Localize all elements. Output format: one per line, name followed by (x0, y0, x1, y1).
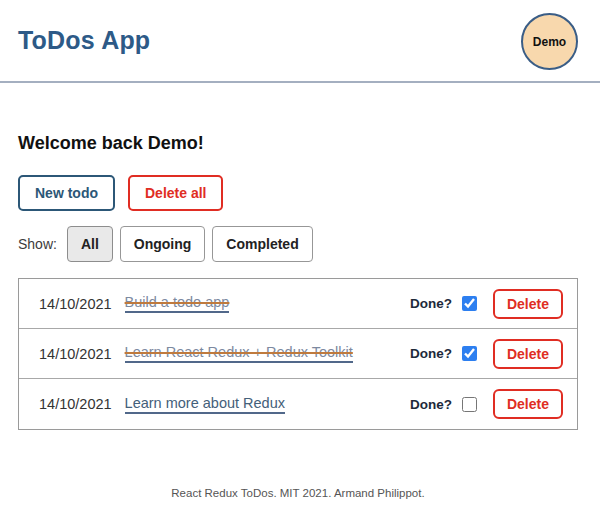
done-label: Done? (410, 346, 452, 361)
main-content: Welcome back Demo! New todo Delete all S… (0, 133, 600, 499)
delete-todo-button[interactable]: Delete (493, 289, 563, 319)
app-header: ToDos App Demo (0, 0, 600, 83)
delete-todo-button[interactable]: Delete (493, 389, 563, 419)
filter-label: Show: (18, 236, 57, 252)
todo-date: 14/10/2021 (39, 346, 112, 362)
filter-completed-button[interactable]: Completed (212, 226, 312, 262)
user-avatar[interactable]: Demo (521, 13, 578, 70)
filter-ongoing-button[interactable]: Ongoing (120, 226, 206, 262)
welcome-heading: Welcome back Demo! (18, 133, 578, 154)
todo-title-link[interactable]: Build a todo app (125, 294, 230, 313)
todo-title-link[interactable]: Learn more about Redux (125, 395, 285, 414)
new-todo-button[interactable]: New todo (18, 175, 115, 211)
todo-row: 14/10/2021 Learn more about Redux Done? … (19, 379, 577, 429)
app-footer: React Redux ToDos. MIT 2021. Armand Phil… (18, 487, 578, 499)
avatar-label: Demo (533, 35, 566, 49)
todo-list: 14/10/2021 Build a todo app Done? Delete… (18, 278, 578, 430)
filter-all-button[interactable]: All (67, 226, 113, 262)
done-label: Done? (410, 397, 452, 412)
todo-title-link[interactable]: Learn React Redux + Redux Toolkit (125, 344, 353, 363)
todos-app: ToDos App Demo Welcome back Demo! New to… (0, 0, 600, 507)
todo-row: 14/10/2021 Build a todo app Done? Delete (19, 279, 577, 329)
done-checkbox[interactable] (462, 346, 477, 361)
done-checkbox[interactable] (462, 397, 477, 412)
app-title: ToDos App (18, 26, 150, 55)
filter-bar: Show: All Ongoing Completed (18, 226, 578, 262)
delete-todo-button[interactable]: Delete (493, 339, 563, 369)
todo-row: 14/10/2021 Learn React Redux + Redux Too… (19, 329, 577, 379)
done-label: Done? (410, 296, 452, 311)
todo-date: 14/10/2021 (39, 396, 112, 412)
delete-all-button[interactable]: Delete all (128, 175, 223, 211)
done-checkbox[interactable] (462, 296, 477, 311)
action-buttons: New todo Delete all (18, 175, 578, 211)
todo-date: 14/10/2021 (39, 296, 112, 312)
